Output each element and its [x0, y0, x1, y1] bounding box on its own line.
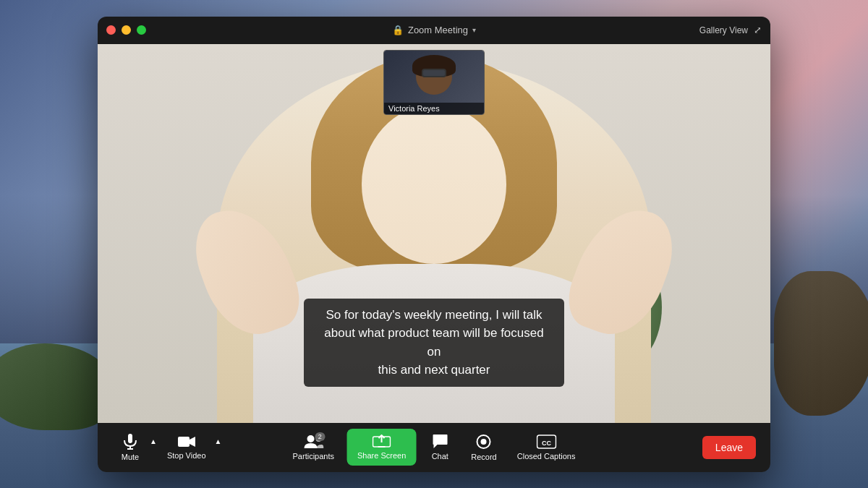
video-caret[interactable]: ▲ — [213, 437, 224, 457]
closed-captions-icon: CC — [536, 434, 556, 450]
chat-button[interactable]: Chat — [422, 429, 458, 465]
participants-button[interactable]: 2 Participants — [286, 429, 341, 465]
record-icon — [475, 433, 493, 450]
thumbnail-glasses — [422, 69, 446, 77]
closed-captions-button[interactable]: CC Closed Captions — [510, 429, 583, 465]
closed-captions-label: Closed Captions — [517, 452, 576, 461]
toolbar: Mute ▲ Stop Video ▲ — [98, 423, 770, 472]
lock-icon: 🔒 — [392, 25, 404, 35]
record-label: Record — [471, 453, 496, 461]
traffic-lights — [106, 25, 146, 35]
svg-rect-0 — [128, 434, 132, 443]
thumbnail-face — [416, 59, 452, 95]
mute-group: Mute ▲ — [112, 429, 158, 466]
close-button[interactable] — [106, 25, 116, 35]
thumbnail-background: Victoria Reyes — [384, 51, 484, 114]
title-bar-center: 🔒 Zoom Meeting ▾ — [392, 25, 476, 35]
zoom-window: 🔒 Zoom Meeting ▾ Gallery View ⤢ — [98, 17, 770, 472]
caption-line3: this and next quarter — [378, 363, 490, 377]
gallery-view-label[interactable]: Gallery View — [699, 25, 748, 35]
hand-right — [559, 194, 685, 346]
title-bar-right: Gallery View ⤢ — [699, 25, 762, 35]
hand-left — [183, 194, 309, 346]
thumbnail-person — [384, 51, 484, 103]
svg-point-9 — [481, 439, 487, 445]
record-button[interactable]: Record — [464, 429, 503, 466]
caption-overlay: So for today's weekly meeting, I will ta… — [304, 299, 564, 387]
share-screen-button[interactable]: Share Screen — [347, 429, 416, 466]
caption-line1: So for today's weekly meeting, I will ta… — [326, 308, 542, 322]
share-screen-label: Share Screen — [357, 451, 406, 460]
video-camera-icon — [177, 435, 196, 449]
chat-icon — [431, 434, 448, 450]
stop-video-button[interactable]: Stop Video — [160, 430, 213, 464]
svg-text:CC: CC — [542, 440, 551, 447]
island-right — [774, 271, 868, 416]
minimize-button[interactable] — [122, 25, 131, 35]
stop-video-label: Stop Video — [167, 451, 206, 460]
mute-button[interactable]: Mute — [112, 429, 148, 466]
thumbnail-name-label: Victoria Reyes — [384, 103, 484, 114]
microphone-icon — [122, 433, 138, 450]
toolbar-center-controls: 2 Participants Share Screen — [286, 429, 583, 466]
participants-badge: 2 — [315, 432, 325, 441]
toolbar-right-controls: Leave — [702, 436, 756, 459]
svg-point-4 — [307, 435, 314, 442]
share-screen-icon — [373, 435, 391, 449]
meeting-title: Zoom Meeting — [408, 25, 468, 35]
participant-thumbnail[interactable]: Victoria Reyes — [383, 50, 485, 115]
toolbar-left-controls: Mute ▲ Stop Video ▲ — [112, 429, 223, 466]
svg-rect-3 — [178, 437, 190, 447]
mute-caret[interactable]: ▲ — [148, 437, 158, 457]
caption-line2: about what product team will be focused … — [324, 326, 543, 359]
caption-text: So for today's weekly meeting, I will ta… — [324, 308, 543, 377]
participants-icon-container: 2 — [303, 434, 323, 450]
chat-label: Chat — [432, 452, 448, 461]
leave-button[interactable]: Leave — [702, 436, 756, 459]
main-video-area: Victoria Reyes So for today's weekly mee… — [98, 44, 770, 423]
maximize-button[interactable] — [137, 25, 146, 35]
title-bar: 🔒 Zoom Meeting ▾ Gallery View ⤢ — [98, 17, 770, 44]
mute-label: Mute — [122, 453, 139, 461]
expand-icon[interactable]: ⤢ — [754, 25, 762, 35]
video-group: Stop Video ▲ — [160, 430, 224, 464]
chevron-down-icon[interactable]: ▾ — [472, 26, 476, 34]
participants-label: Participants — [293, 452, 334, 461]
